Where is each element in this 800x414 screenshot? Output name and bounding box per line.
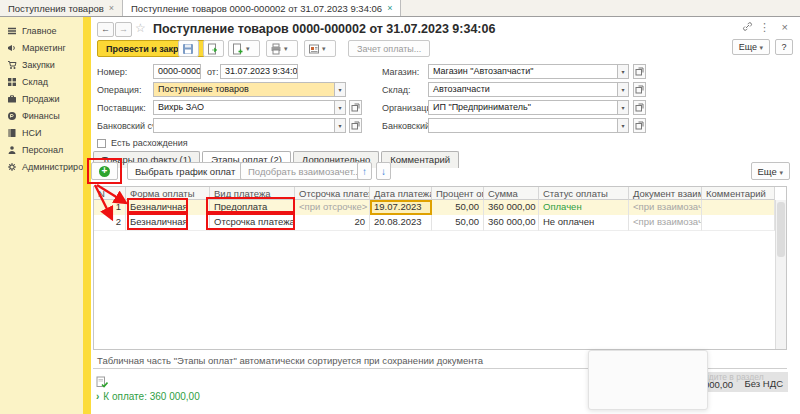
supplier-field[interactable]: Вихрь ЗАО [153,100,335,115]
cell-percent[interactable]: 50,00 [432,215,484,231]
organization-dropdown-icon[interactable]: ▾ [618,100,629,115]
more-label: Еще [739,42,757,52]
warehouse-open-icon[interactable] [633,82,646,97]
cell-row-number[interactable]: 2 [94,215,126,231]
sidebar-item-nsi[interactable]: НСИ [7,125,83,140]
save-icon [182,43,194,55]
sidebar-item-personnel[interactable]: Персонал [7,142,83,157]
cell-payment-kind[interactable]: Отсрочка платежа [210,215,295,231]
menu-dots-icon[interactable]: ⋮ [759,21,770,34]
tab-comment[interactable]: Комментарий [381,151,459,168]
sidebar-item-marketing[interactable]: Маркетинг [7,40,83,55]
column-header[interactable]: Комментарий [702,187,775,200]
store-field[interactable]: Магазин "Автозапчасти" [428,64,618,79]
column-header[interactable]: Статус оплаты [539,187,629,200]
close-tab-icon[interactable]: × [109,3,114,13]
back-button[interactable]: ← [97,22,114,37]
select-payment-schedule-button[interactable]: Выбрать график оплат [127,162,243,180]
table-sorting-note: Табличная часть "Этапы оплат" автоматиче… [97,355,483,366]
window-tab-label: Поступление товаров 0000-000002 от 31.07… [131,3,382,14]
warehouse-field[interactable]: Автозапчасти [428,82,618,97]
cell-deferral[interactable]: <при отсрочке> [295,200,370,215]
close-tab-icon[interactable]: × [387,3,392,13]
section-sidebar: Главное Маркетинг Закупки Склад Продажи … [0,17,83,414]
cell-deferral[interactable]: 20 [295,215,370,231]
add-row-button[interactable]: + [91,162,118,180]
save-button[interactable] [178,40,199,57]
cell-comment[interactable] [702,200,775,215]
column-header[interactable]: Документ взаимозачета [629,187,702,200]
operation-field[interactable]: Поступление товаров [153,82,335,97]
favorite-star-icon[interactable]: ☆ [135,21,146,35]
to-pay-total[interactable]: › К оплате: 360 000,00 [96,391,200,402]
cell-payment-date[interactable]: 20.08.2023 [370,215,432,231]
column-header[interactable]: Форма оплаты [126,187,210,200]
print-button[interactable]: ▾ [266,40,298,57]
cell-offset-doc[interactable]: <при взаимозачете> [629,200,702,215]
date-field[interactable]: 31.07.2023 9:34:06 [220,64,298,79]
number-field[interactable]: 0000-000002 [153,64,201,79]
column-header[interactable]: Вид платежа [210,187,295,200]
cell-amount[interactable]: 360 000,00 [484,200,539,215]
bank-account-field[interactable] [153,118,335,133]
close-icon[interactable]: × [782,21,788,33]
discrepancy-checkbox[interactable]: Есть расхождения [97,138,188,148]
sidebar-item-finance[interactable]: Финансы [7,108,83,123]
store-open-icon[interactable] [633,64,646,79]
cell-offset-doc[interactable]: <при взаимозачете> [629,215,702,231]
sidebar-item-label: Продажи [22,94,60,104]
post-button[interactable] [203,40,224,57]
select-offset-button[interactable]: Подобрать взаимозачет... [240,162,369,180]
column-header[interactable]: Сумма [484,187,539,200]
column-header[interactable]: Отсрочка платежа [295,187,370,200]
column-header[interactable]: Процент оплаты [432,187,484,200]
cell-amount[interactable]: 360 000,00 [484,215,539,231]
more-button-top[interactable]: Еще ▾ [732,39,770,55]
cell-status[interactable]: Не оплачен [539,215,629,231]
organization-open-icon[interactable] [633,100,646,115]
report-icon [308,43,320,55]
cell-row-number[interactable]: 1 [94,200,126,215]
offset-payment-button[interactable]: Зачет оплаты... [348,40,430,57]
table-row[interactable]: 2 Безналичная Отсрочка платежа 20 20.08.… [94,215,775,231]
report-button[interactable]: ▾ [304,40,336,57]
supplier-dropdown-icon[interactable]: ▾ [335,100,346,115]
cell-percent[interactable]: 50,00 [432,200,484,215]
cell-status[interactable]: Оплачен [539,200,629,215]
column-header[interactable]: N [94,187,126,200]
sidebar-item-warehouse[interactable]: Склад [7,74,83,89]
cell-payment-date-selected[interactable]: 19.07.2023 [370,200,432,215]
table-scrollbar[interactable] [775,200,786,349]
bank-account2-dropdown-icon[interactable]: ▾ [618,118,629,133]
move-up-button[interactable]: ↑ [357,162,372,180]
bank-account-open-icon[interactable] [349,118,362,133]
cell-payment-kind[interactable]: Предоплата [210,200,295,215]
cell-payment-form[interactable]: Безналичная [126,200,210,215]
book-icon [7,128,17,138]
window-tab-list[interactable]: Поступления товаров × [0,0,123,16]
sidebar-item-purchases[interactable]: Закупки [7,57,83,72]
sidebar-item-main[interactable]: Главное [7,23,83,38]
cell-payment-form[interactable]: Безналичная [126,215,210,231]
warehouse-dropdown-icon[interactable]: ▾ [618,82,629,97]
cell-comment[interactable] [702,215,775,231]
organization-field[interactable]: ИП "Предприниматель" [428,100,618,115]
column-header[interactable]: Дата платежа [370,187,432,200]
move-down-button[interactable]: ↓ [376,162,391,180]
operation-dropdown-icon[interactable]: ▾ [335,82,346,97]
forward-button[interactable]: → [115,22,132,37]
more-button-table[interactable]: Еще ▾ [751,162,791,180]
bank-account2-field[interactable] [428,118,618,133]
bank-account2-open-icon[interactable] [633,118,646,133]
scrollbar-thumb[interactable] [777,202,785,257]
create-from-button[interactable]: ▾ [228,40,260,57]
bank-account-dropdown-icon[interactable]: ▾ [335,118,346,133]
link-icon[interactable] [742,21,753,34]
store-dropdown-icon[interactable]: ▾ [618,64,629,79]
table-row[interactable]: 1 Безналичная Предоплата <при отсрочке> … [94,200,775,215]
sidebar-item-sales[interactable]: Продажи [7,91,83,106]
window-tab-document[interactable]: Поступление товаров 0000-000002 от 31.07… [123,0,401,16]
supplier-open-icon[interactable] [349,100,362,115]
sidebar-item-administration[interactable]: Администрирование [7,159,83,174]
help-button[interactable]: ? [775,39,793,55]
